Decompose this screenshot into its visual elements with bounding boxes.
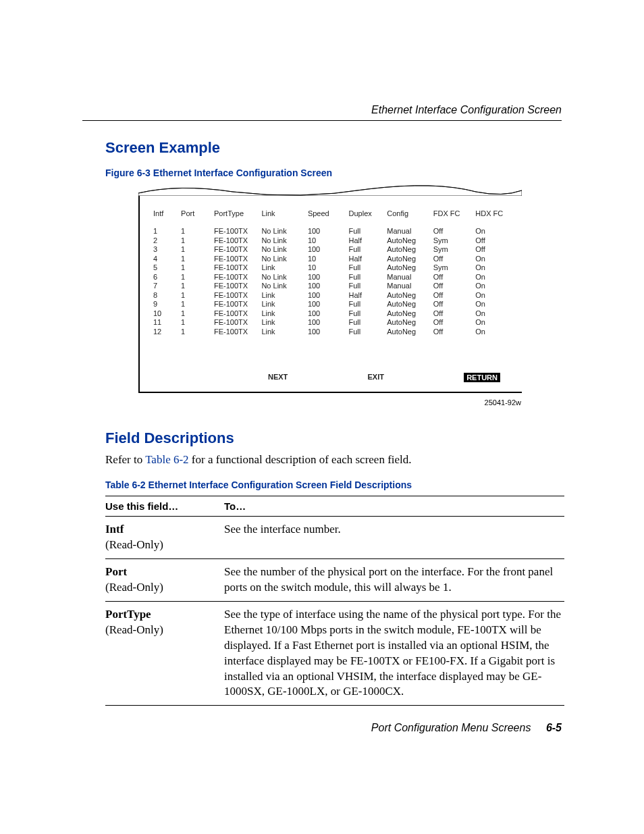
field-desc: See the type of interface using the name… bbox=[224, 607, 564, 700]
table-head-to: To… bbox=[224, 500, 564, 512]
col-head-intf: Intf bbox=[153, 209, 181, 217]
col-head-config: Config bbox=[387, 209, 433, 217]
heading-field-descriptions: Field Descriptions bbox=[105, 429, 234, 447]
col-head-porttype: PortType bbox=[214, 209, 261, 217]
terminal-row: 11FE-100TXNo Link100FullManualOffOn bbox=[153, 227, 515, 236]
heading-screen-example: Screen Example bbox=[105, 139, 220, 157]
terminal-row: 41FE-100TXNo Link10HalfAutoNegOffOn bbox=[153, 255, 515, 264]
terminal-row: 91FE-100TXLink100FullAutoNegOffOn bbox=[153, 300, 515, 309]
col-head-hdxfc: HDX FC bbox=[475, 209, 515, 217]
page-footer: Port Configuration Menu Screens 6-5 bbox=[371, 722, 562, 734]
return-button[interactable]: RETURN bbox=[464, 373, 500, 382]
table-6-2: Use this field… To… Intf(Read-Only)See t… bbox=[105, 496, 564, 706]
terminal-screenshot: Intf Port PortType Link Speed Duplex Con… bbox=[138, 193, 522, 393]
col-head-duplex: Duplex bbox=[349, 209, 387, 217]
next-button[interactable]: NEXT bbox=[268, 373, 288, 382]
table-row: PortType(Read-Only)See the type of inter… bbox=[105, 602, 564, 706]
field-readonly: (Read-Only) bbox=[105, 581, 163, 594]
field-readonly: (Read-Only) bbox=[105, 538, 163, 551]
table-head-row: Use this field… To… bbox=[105, 496, 564, 517]
exit-button[interactable]: EXIT bbox=[368, 373, 384, 382]
field-desc: See the number of the physical port on t… bbox=[224, 565, 564, 596]
field-readonly: (Read-Only) bbox=[105, 623, 163, 636]
terminal-row: 111FE-100TXLink100FullAutoNegOffOn bbox=[153, 318, 515, 328]
terminal-row: 61FE-100TXNo Link100FullManualOffOn bbox=[153, 273, 515, 282]
figure-6-3-caption: Figure 6-3 Ethernet Interface Configurat… bbox=[105, 167, 332, 178]
field-name: Port bbox=[105, 565, 127, 578]
torn-edge-icon bbox=[138, 185, 522, 196]
field-desc: See the interface number. bbox=[224, 522, 564, 538]
terminal-table: Intf Port PortType Link Speed Duplex Con… bbox=[153, 209, 515, 336]
terminal-row: 51FE-100TXLink10FullAutoNegSymOn bbox=[153, 263, 515, 273]
terminal-row: 81FE-100TXLink100HalfAutoNegOffOn bbox=[153, 291, 515, 301]
footer-page-number: 6-5 bbox=[546, 722, 562, 733]
terminal-row: 31FE-100TXNo Link100FullAutoNegSymOff bbox=[153, 245, 515, 255]
table-head-use: Use this field… bbox=[105, 500, 224, 512]
header-rule bbox=[82, 120, 562, 121]
col-head-fdxfc: FDX FC bbox=[433, 209, 476, 217]
footer-text: Port Configuration Menu Screens bbox=[371, 722, 531, 733]
table-row: Port(Read-Only)See the number of the phy… bbox=[105, 559, 564, 602]
table-6-2-link[interactable]: Table 6-2 bbox=[145, 453, 188, 466]
para-pre: Refer to bbox=[105, 453, 145, 466]
terminal-row: 71FE-100TXNo Link100FullManualOffOn bbox=[153, 282, 515, 291]
figure-id: 25041-92w bbox=[485, 398, 521, 407]
terminal-row: 21FE-100TXNo Link10HalfAutoNegSymOff bbox=[153, 236, 515, 246]
table-6-2-caption: Table 6-2 Ethernet Interface Configurati… bbox=[105, 479, 412, 490]
field-desc-para: Refer to Table 6-2 for a functional desc… bbox=[105, 452, 412, 467]
running-header: Ethernet Interface Configuration Screen bbox=[371, 104, 562, 116]
col-head-link: Link bbox=[261, 209, 307, 217]
col-head-port: Port bbox=[181, 209, 214, 217]
col-head-speed: Speed bbox=[308, 209, 349, 217]
terminal-row: 101FE-100TXLink100FullAutoNegOffOn bbox=[153, 309, 515, 319]
table-row: Intf(Read-Only)See the interface number. bbox=[105, 517, 564, 559]
field-name: PortType bbox=[105, 608, 151, 621]
terminal-header-row: Intf Port PortType Link Speed Duplex Con… bbox=[153, 209, 515, 217]
terminal-row: 121FE-100TXLink100FullAutoNegOffOn bbox=[153, 328, 515, 337]
field-name: Intf bbox=[105, 523, 124, 536]
para-post: for a functional description of each scr… bbox=[189, 453, 412, 466]
